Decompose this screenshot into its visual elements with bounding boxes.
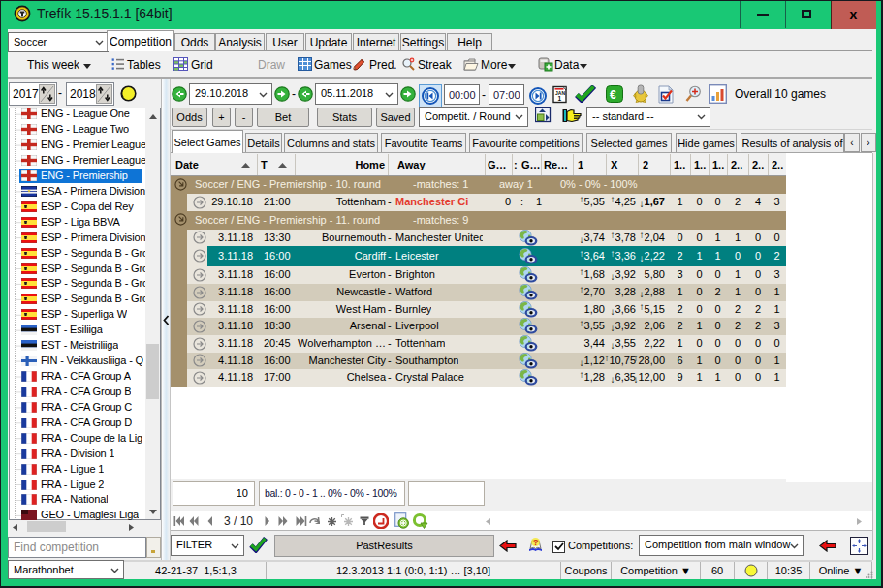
- svg-text:?: ?: [533, 538, 539, 547]
- svg-text:€: €: [610, 88, 616, 102]
- svg-text:1: 1: [558, 95, 562, 102]
